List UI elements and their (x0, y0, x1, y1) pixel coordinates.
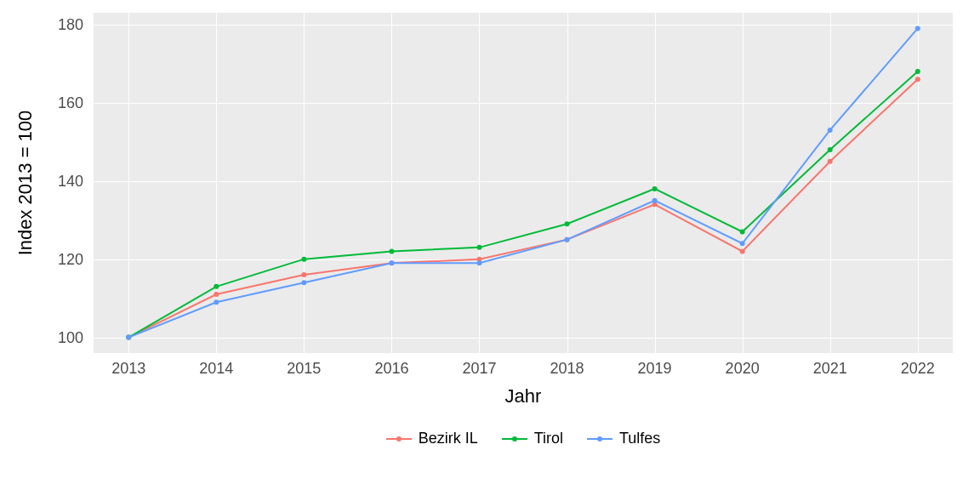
series-point (301, 280, 306, 285)
series-point (828, 128, 833, 133)
x-tick-label: 2019 (638, 360, 672, 378)
series-point (301, 272, 306, 277)
series-point (389, 248, 394, 254)
series-point (126, 335, 131, 340)
series-point (740, 241, 745, 246)
legend-dot-icon (396, 436, 402, 442)
x-tick-label: 2017 (462, 360, 496, 378)
series-point (214, 299, 219, 305)
y-tick-text: 160 (58, 94, 83, 111)
series-point (915, 77, 920, 82)
series-point (214, 292, 219, 297)
legend-item: Tirol (502, 430, 563, 447)
legend-item: Bezirk IL (386, 430, 478, 447)
y-axis-title: Index 2013 = 100 (14, 111, 37, 256)
x-tick-label: 2020 (726, 360, 760, 378)
series-point (214, 284, 219, 289)
series-point (915, 26, 920, 31)
y-tick-text: 140 (58, 172, 83, 190)
x-tick-label: 2014 (199, 360, 233, 378)
legend-label: Tirol (534, 430, 563, 447)
x-tick-label: 2013 (111, 360, 145, 378)
series-line-tulfes (128, 28, 918, 337)
legend-key (502, 430, 527, 447)
legend-key (587, 430, 612, 447)
x-tick-label: 2022 (901, 360, 935, 378)
series-line-tirol (128, 71, 918, 338)
series-point (915, 69, 920, 74)
series-line-bezirk-il (128, 79, 918, 337)
series-point (828, 147, 833, 152)
legend-label: Bezirk IL (419, 430, 478, 447)
series-point (740, 229, 745, 234)
x-tick-label: 2016 (374, 360, 408, 378)
legend: Bezirk ILTirolTulfes (94, 430, 953, 447)
legend-key (386, 430, 412, 447)
series-point (652, 198, 658, 203)
plot-svg (0, 0, 980, 490)
legend-item: Tulfes (587, 430, 660, 447)
series-point (652, 186, 658, 191)
x-tick-label: 2015 (287, 360, 321, 378)
y-tick-text: 100 (58, 328, 83, 346)
legend-dot-icon (597, 436, 602, 442)
index-line-chart: 2013201420152016201720182019202020212022… (0, 0, 980, 490)
series-point (740, 248, 745, 254)
y-tick-text: 180 (58, 15, 83, 33)
series-point (476, 260, 481, 265)
x-tick-label: 2018 (550, 360, 584, 378)
y-tick-text: 120 (58, 250, 83, 268)
x-axis-title: Jahr (505, 385, 542, 407)
series-point (301, 257, 306, 262)
x-tick-label: 2021 (813, 360, 847, 378)
series-point (828, 159, 833, 164)
series-point (565, 221, 570, 226)
series-point (565, 237, 570, 242)
series-point (389, 260, 394, 265)
legend-label: Tulfes (619, 430, 660, 447)
series-point (476, 245, 481, 250)
legend-dot-icon (512, 436, 517, 442)
